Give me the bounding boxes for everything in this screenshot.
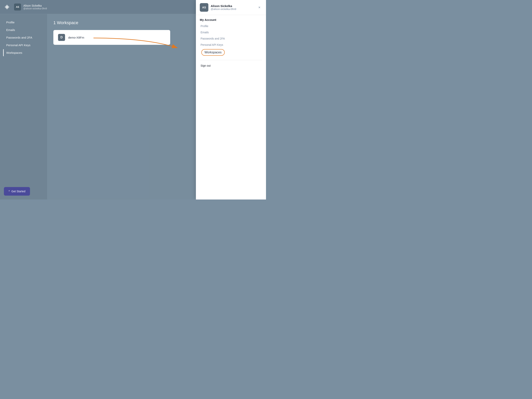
header-user-info: Alison Sickelka @alison-sickelka-0fm9: [23, 4, 47, 10]
dropdown-avatar: AS: [200, 3, 208, 12]
header-user-handle: @alison-sickelka-0fm9: [23, 7, 47, 10]
dropdown-item-profile[interactable]: Profile: [200, 23, 262, 29]
sidebar-item-api-keys[interactable]: Personal API Keys: [3, 41, 44, 49]
dropdown-section: My Account Profile Emails Passwords and …: [196, 15, 266, 58]
sidebar-item-emails[interactable]: Emails: [3, 26, 44, 33]
get-started-button[interactable]: ^ Get Started: [4, 187, 30, 196]
close-button[interactable]: ×: [257, 5, 262, 10]
header-user-section: AS Alison Sickelka @alison-sickelka-0fm9: [14, 4, 47, 11]
dropdown-user-info: Alison Sickelka @alison-sickelka-0fm9: [211, 4, 236, 11]
workspace-avatar: D: [58, 34, 65, 41]
account-dropdown-panel: AS Alison Sickelka @alison-sickelka-0fm9…: [196, 0, 266, 200]
sidebar: Profile Emails Passwords and 2FA Persona…: [0, 14, 47, 200]
dropdown-divider: [200, 60, 262, 60]
sidebar-item-passwords[interactable]: Passwords and 2FA: [3, 34, 44, 41]
get-started-label: Get Started: [12, 190, 25, 193]
dropdown-item-emails[interactable]: Emails: [200, 29, 262, 35]
dropdown-item-api-keys[interactable]: Personal API Keys: [200, 42, 262, 48]
dropdown-item-passwords[interactable]: Passwords and 2FA: [200, 35, 262, 42]
dropdown-item-workspaces[interactable]: Workspaces: [201, 49, 225, 56]
sidebar-item-profile[interactable]: Profile: [3, 19, 44, 26]
dropdown-user-name: Alison Sickelka: [211, 4, 236, 8]
get-started-chevron: ^: [9, 190, 10, 193]
dropdown-user-handle: @alison-sickelka-0fm9: [211, 8, 236, 11]
app-logo[interactable]: [4, 4, 10, 10]
sidebar-item-workspaces[interactable]: Workspaces: [3, 49, 44, 56]
header-user-name: Alison Sickelka: [23, 4, 47, 7]
header-avatar: AS: [14, 4, 21, 11]
workspace-name: demo-X8Fm: [68, 36, 84, 39]
sidebar-nav: Profile Emails Passwords and 2FA Persona…: [0, 19, 47, 56]
sign-out-button[interactable]: Sign out: [196, 62, 266, 70]
dropdown-item-workspaces-wrapper: Workspaces: [200, 48, 262, 57]
workspace-card[interactable]: D demo-X8Fm: [53, 30, 170, 45]
dropdown-user: AS Alison Sickelka @alison-sickelka-0fm9: [200, 3, 236, 12]
dropdown-header: AS Alison Sickelka @alison-sickelka-0fm9…: [196, 0, 266, 15]
dropdown-section-title: My Account: [200, 18, 262, 21]
